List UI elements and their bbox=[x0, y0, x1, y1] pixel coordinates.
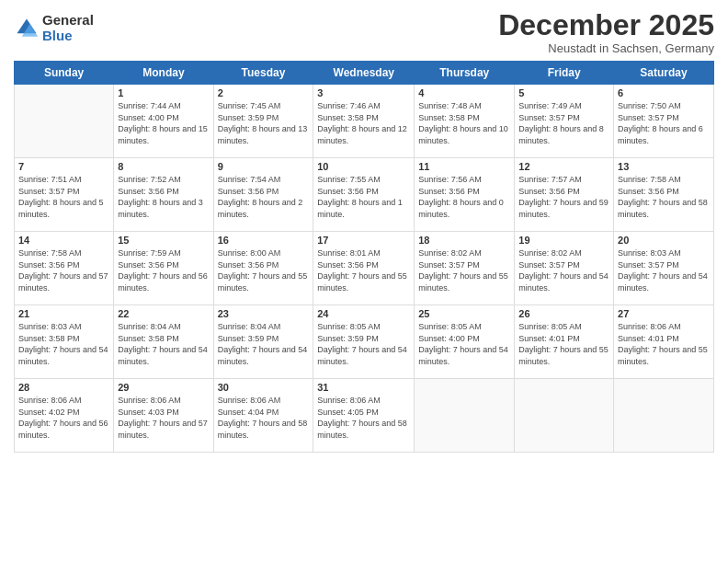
day-info: Sunrise: 7:45 AM Sunset: 3:59 PM Dayligh… bbox=[218, 100, 310, 146]
day-info: Sunrise: 8:04 AM Sunset: 3:59 PM Dayligh… bbox=[218, 321, 310, 367]
calendar-cell: 19Sunrise: 8:02 AM Sunset: 3:57 PM Dayli… bbox=[515, 232, 614, 305]
day-number: 9 bbox=[218, 161, 310, 172]
day-number: 12 bbox=[518, 161, 609, 172]
day-info: Sunrise: 7:59 AM Sunset: 3:56 PM Dayligh… bbox=[118, 247, 209, 293]
calendar-cell: 4Sunrise: 7:48 AM Sunset: 3:58 PM Daylig… bbox=[415, 85, 515, 158]
col-friday: Friday bbox=[515, 62, 614, 85]
logo-text: General Blue bbox=[42, 13, 94, 43]
day-info: Sunrise: 7:55 AM Sunset: 3:56 PM Dayligh… bbox=[317, 174, 410, 220]
calendar-cell: 23Sunrise: 8:04 AM Sunset: 3:59 PM Dayli… bbox=[213, 305, 313, 379]
calendar-cell: 1Sunrise: 7:44 AM Sunset: 4:00 PM Daylig… bbox=[114, 85, 213, 158]
day-info: Sunrise: 7:51 AM Sunset: 3:57 PM Dayligh… bbox=[18, 174, 109, 220]
day-info: Sunrise: 8:03 AM Sunset: 3:58 PM Dayligh… bbox=[18, 321, 109, 367]
calendar-cell: 11Sunrise: 7:56 AM Sunset: 3:56 PM Dayli… bbox=[415, 158, 515, 232]
day-number: 23 bbox=[218, 308, 310, 319]
logo-general: General bbox=[42, 13, 94, 29]
day-number: 2 bbox=[218, 87, 310, 98]
day-number: 14 bbox=[18, 235, 109, 246]
calendar-cell: 12Sunrise: 7:57 AM Sunset: 3:56 PM Dayli… bbox=[515, 158, 614, 232]
day-info: Sunrise: 7:56 AM Sunset: 3:56 PM Dayligh… bbox=[418, 174, 510, 220]
day-info: Sunrise: 8:00 AM Sunset: 3:56 PM Dayligh… bbox=[218, 247, 310, 293]
calendar-cell: 7Sunrise: 7:51 AM Sunset: 3:57 PM Daylig… bbox=[15, 158, 114, 232]
day-number: 18 bbox=[418, 235, 510, 246]
day-info: Sunrise: 7:48 AM Sunset: 3:58 PM Dayligh… bbox=[418, 100, 510, 146]
day-number: 29 bbox=[118, 382, 209, 393]
day-number: 6 bbox=[618, 87, 710, 98]
calendar-cell bbox=[614, 379, 714, 453]
day-info: Sunrise: 7:58 AM Sunset: 3:56 PM Dayligh… bbox=[618, 174, 710, 220]
day-info: Sunrise: 7:49 AM Sunset: 3:57 PM Dayligh… bbox=[518, 100, 609, 146]
calendar-cell: 26Sunrise: 8:05 AM Sunset: 4:01 PM Dayli… bbox=[515, 305, 614, 379]
col-monday: Monday bbox=[114, 62, 213, 85]
day-number: 25 bbox=[418, 308, 510, 319]
col-saturday: Saturday bbox=[614, 62, 714, 85]
calendar-cell: 28Sunrise: 8:06 AM Sunset: 4:02 PM Dayli… bbox=[15, 379, 114, 453]
calendar-cell: 2Sunrise: 7:45 AM Sunset: 3:59 PM Daylig… bbox=[213, 85, 313, 158]
day-info: Sunrise: 7:52 AM Sunset: 3:56 PM Dayligh… bbox=[118, 174, 209, 220]
calendar-cell bbox=[515, 379, 614, 453]
day-info: Sunrise: 8:04 AM Sunset: 3:58 PM Dayligh… bbox=[118, 321, 209, 367]
title-block: December 2025 Neustadt in Sachsen, Germa… bbox=[498, 9, 714, 55]
week-row-4: 28Sunrise: 8:06 AM Sunset: 4:02 PM Dayli… bbox=[15, 379, 714, 453]
day-number: 31 bbox=[317, 382, 410, 393]
day-info: Sunrise: 8:05 AM Sunset: 3:59 PM Dayligh… bbox=[317, 321, 410, 367]
calendar-cell: 5Sunrise: 7:49 AM Sunset: 3:57 PM Daylig… bbox=[515, 85, 614, 158]
day-number: 15 bbox=[118, 235, 209, 246]
day-info: Sunrise: 8:06 AM Sunset: 4:02 PM Dayligh… bbox=[18, 395, 109, 441]
header: General Blue December 2025 Neustadt in S… bbox=[14, 9, 714, 55]
week-row-2: 14Sunrise: 7:58 AM Sunset: 3:56 PM Dayli… bbox=[15, 232, 714, 305]
day-number: 30 bbox=[218, 382, 310, 393]
calendar-cell: 6Sunrise: 7:50 AM Sunset: 3:57 PM Daylig… bbox=[614, 85, 714, 158]
day-info: Sunrise: 7:50 AM Sunset: 3:57 PM Dayligh… bbox=[618, 100, 710, 146]
day-info: Sunrise: 8:03 AM Sunset: 3:57 PM Dayligh… bbox=[618, 247, 710, 293]
calendar-cell: 25Sunrise: 8:05 AM Sunset: 4:00 PM Dayli… bbox=[415, 305, 515, 379]
day-info: Sunrise: 7:58 AM Sunset: 3:56 PM Dayligh… bbox=[18, 247, 109, 293]
calendar-cell: 16Sunrise: 8:00 AM Sunset: 3:56 PM Dayli… bbox=[213, 232, 313, 305]
day-number: 1 bbox=[118, 87, 209, 98]
calendar-cell: 15Sunrise: 7:59 AM Sunset: 3:56 PM Dayli… bbox=[114, 232, 213, 305]
day-number: 19 bbox=[518, 235, 609, 246]
calendar-cell: 24Sunrise: 8:05 AM Sunset: 3:59 PM Dayli… bbox=[313, 305, 415, 379]
day-number: 20 bbox=[618, 235, 710, 246]
col-tuesday: Tuesday bbox=[213, 62, 313, 85]
calendar-cell: 31Sunrise: 8:06 AM Sunset: 4:05 PM Dayli… bbox=[313, 379, 415, 453]
day-number: 13 bbox=[618, 161, 710, 172]
calendar-cell: 21Sunrise: 8:03 AM Sunset: 3:58 PM Dayli… bbox=[15, 305, 114, 379]
day-info: Sunrise: 8:05 AM Sunset: 4:00 PM Dayligh… bbox=[418, 321, 510, 367]
day-number: 24 bbox=[317, 308, 410, 319]
calendar-cell bbox=[15, 85, 114, 158]
day-number: 21 bbox=[18, 308, 109, 319]
day-info: Sunrise: 8:06 AM Sunset: 4:01 PM Dayligh… bbox=[618, 321, 710, 367]
calendar-table: Sunday Monday Tuesday Wednesday Thursday… bbox=[14, 61, 714, 453]
day-number: 26 bbox=[518, 308, 609, 319]
calendar-cell: 9Sunrise: 7:54 AM Sunset: 3:56 PM Daylig… bbox=[213, 158, 313, 232]
day-number: 3 bbox=[317, 87, 410, 98]
day-number: 8 bbox=[118, 161, 209, 172]
day-info: Sunrise: 8:01 AM Sunset: 3:56 PM Dayligh… bbox=[317, 247, 410, 293]
day-number: 5 bbox=[518, 87, 609, 98]
day-info: Sunrise: 8:06 AM Sunset: 4:05 PM Dayligh… bbox=[317, 395, 410, 441]
calendar-cell: 13Sunrise: 7:58 AM Sunset: 3:56 PM Dayli… bbox=[614, 158, 714, 232]
page: General Blue December 2025 Neustadt in S… bbox=[0, 0, 728, 563]
day-number: 7 bbox=[18, 161, 109, 172]
calendar-cell: 18Sunrise: 8:02 AM Sunset: 3:57 PM Dayli… bbox=[415, 232, 515, 305]
calendar-cell bbox=[415, 379, 515, 453]
day-info: Sunrise: 7:57 AM Sunset: 3:56 PM Dayligh… bbox=[518, 174, 609, 220]
day-info: Sunrise: 7:44 AM Sunset: 4:00 PM Dayligh… bbox=[118, 100, 209, 146]
day-number: 17 bbox=[317, 235, 410, 246]
calendar-cell: 27Sunrise: 8:06 AM Sunset: 4:01 PM Dayli… bbox=[614, 305, 714, 379]
week-row-3: 21Sunrise: 8:03 AM Sunset: 3:58 PM Dayli… bbox=[15, 305, 714, 379]
calendar-cell: 22Sunrise: 8:04 AM Sunset: 3:58 PM Dayli… bbox=[114, 305, 213, 379]
week-row-0: 1Sunrise: 7:44 AM Sunset: 4:00 PM Daylig… bbox=[15, 85, 714, 158]
day-number: 11 bbox=[418, 161, 510, 172]
header-row: Sunday Monday Tuesday Wednesday Thursday… bbox=[15, 62, 714, 85]
week-row-1: 7Sunrise: 7:51 AM Sunset: 3:57 PM Daylig… bbox=[15, 158, 714, 232]
day-number: 28 bbox=[18, 382, 109, 393]
day-info: Sunrise: 8:02 AM Sunset: 3:57 PM Dayligh… bbox=[418, 247, 510, 293]
day-number: 10 bbox=[317, 161, 410, 172]
calendar-cell: 3Sunrise: 7:46 AM Sunset: 3:58 PM Daylig… bbox=[313, 85, 415, 158]
location: Neustadt in Sachsen, Germany bbox=[498, 41, 714, 55]
calendar-cell: 8Sunrise: 7:52 AM Sunset: 3:56 PM Daylig… bbox=[114, 158, 213, 232]
day-info: Sunrise: 8:06 AM Sunset: 4:04 PM Dayligh… bbox=[218, 395, 310, 441]
day-number: 22 bbox=[118, 308, 209, 319]
